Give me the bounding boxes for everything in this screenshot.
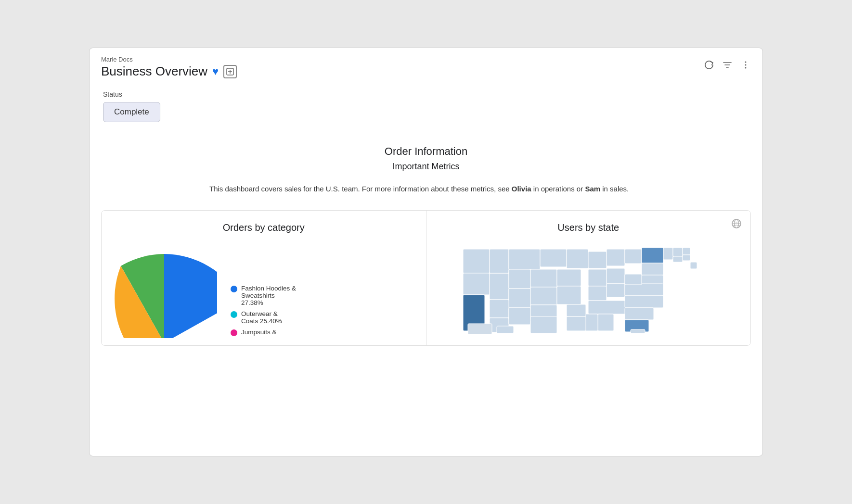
legend-dot-2 <box>231 311 237 318</box>
desc-sam: Sam <box>585 185 600 193</box>
users-by-state-panel: Users by state <box>426 211 751 345</box>
filter-icon[interactable] <box>722 60 733 73</box>
description: This dashboard covers sales for the U.S.… <box>209 183 643 195</box>
status-label: Status <box>103 90 749 98</box>
mi-state <box>607 249 625 266</box>
main-window: Marie Docs Business Overview ♥ <box>89 48 763 456</box>
header: Marie Docs Business Overview ♥ <box>90 48 762 83</box>
de-state <box>690 262 697 269</box>
in-state <box>588 286 607 301</box>
pa-area <box>625 249 642 264</box>
svg-point-7 <box>745 64 747 66</box>
legend-item-1: Fashion Hoodies &Sweatshirts27.38% <box>231 285 296 306</box>
sd-state <box>530 269 557 287</box>
section-center: Order Information Important Metrics <box>103 145 749 172</box>
legend-label-3: Jumpsuits & <box>241 328 277 336</box>
me-state <box>683 248 690 255</box>
pie-area: Fashion Hoodies &Sweatshirts27.38% Outer… <box>111 242 416 340</box>
nv-state <box>490 273 509 300</box>
tx-state2 <box>530 316 557 333</box>
page-title: Business Overview <box>101 64 207 79</box>
header-left: Marie Docs Business Overview ♥ <box>101 56 237 79</box>
refresh-icon[interactable] <box>704 60 714 73</box>
pie-chart <box>111 242 217 340</box>
nc-state <box>625 296 663 308</box>
chart1-title: Orders by category <box>111 222 416 233</box>
charts-row: Orders by category <box>101 210 751 346</box>
globe-icon[interactable] <box>731 218 742 231</box>
heart-icon[interactable]: ♥ <box>212 65 219 78</box>
or-state <box>463 273 490 295</box>
hi-state <box>497 326 514 333</box>
ky-state <box>607 284 625 297</box>
vt-state <box>663 248 673 260</box>
ny-state <box>642 248 663 263</box>
pie-legend: Fashion Hoodies &Sweatshirts27.38% Outer… <box>231 285 296 340</box>
desc-olivia: Olivia <box>512 185 531 193</box>
content-area: Status Complete Order Information Import… <box>90 83 762 456</box>
more-icon[interactable] <box>740 60 751 73</box>
status-button[interactable]: Complete <box>103 102 160 122</box>
legend-item-3: Jumpsuits & <box>231 328 296 336</box>
order-info-title: Order Information <box>103 145 749 158</box>
mt-state <box>509 249 540 269</box>
breadcrumb: Marie Docs <box>101 56 237 63</box>
legend-label-1: Fashion Hoodies &Sweatshirts27.38% <box>241 285 296 306</box>
tn-state <box>588 301 626 314</box>
la-state <box>567 316 586 331</box>
mo-state <box>557 286 581 304</box>
svg-point-8 <box>745 67 747 69</box>
fl-thumb <box>631 329 645 333</box>
wv-state <box>625 274 642 285</box>
desc-text-2: in operations or <box>531 185 585 193</box>
co-state <box>509 289 530 308</box>
desc-text-3: in sales. <box>600 185 629 193</box>
ma-state <box>683 255 690 261</box>
nm-state <box>509 308 530 325</box>
legend-dot-1 <box>231 286 237 292</box>
il-state <box>588 269 607 286</box>
svg-point-6 <box>745 62 747 63</box>
nd-state <box>540 249 567 267</box>
nj-pa <box>642 263 663 275</box>
chart2-title: Users by state <box>436 222 741 233</box>
legend-label-2: Outerwear &Coats 25.40% <box>241 310 282 325</box>
wa-state <box>463 249 490 273</box>
important-metrics-title: Important Metrics <box>103 162 749 172</box>
ar-state <box>567 304 586 316</box>
oh-state <box>607 268 625 284</box>
us-map-area <box>436 242 741 338</box>
legend-item-2: Outerwear &Coats 25.40% <box>231 310 296 325</box>
sc-state <box>625 308 654 320</box>
va-state <box>625 284 663 296</box>
add-page-icon[interactable] <box>223 65 237 78</box>
nh-state <box>673 248 683 256</box>
ut-state <box>490 300 509 318</box>
header-right <box>704 56 751 73</box>
legend-dot-3 <box>231 329 237 336</box>
mn-state <box>567 249 588 268</box>
ak-state <box>468 324 492 334</box>
ct-state <box>673 256 683 262</box>
ne-state <box>530 287 557 305</box>
id-state <box>490 249 509 273</box>
al-state <box>598 314 614 331</box>
title-row: Business Overview ♥ <box>101 64 237 79</box>
desc-text-1: This dashboard covers sales for the U.S.… <box>209 185 512 193</box>
wy-state <box>509 269 530 289</box>
wi-state <box>588 252 607 268</box>
ia-state <box>557 269 581 286</box>
orders-by-category-panel: Orders by category <box>102 211 426 345</box>
